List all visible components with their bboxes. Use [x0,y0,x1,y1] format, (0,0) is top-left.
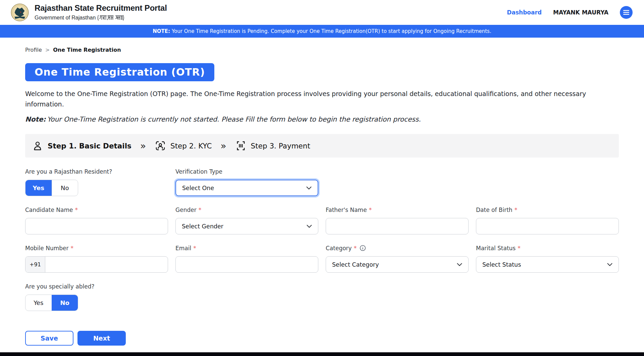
special-abled-field: Are you specially abled? Yes No [25,283,168,311]
gender-field: Gender* Select Gender [175,206,318,234]
note-text: Note:Your One-Time Registration is curre… [25,115,619,123]
note-prefix: Note: [25,115,46,123]
brand-text: Rajasthan State Recruitment Portal Gover… [35,3,167,21]
category-label: Category [326,245,352,252]
required-asterisk: * [199,207,202,213]
candidate-name-input[interactable] [25,218,168,234]
next-button[interactable]: Next [77,331,126,346]
dob-input[interactable] [476,218,619,234]
mobile-input[interactable] [45,257,168,272]
email-label: Email [175,245,191,252]
marital-status-label: Marital Status [476,245,516,252]
mobile-input-group: +91 [25,256,168,273]
gender-label: Gender [175,207,197,213]
otr-form: Are you a Rajasthan Resident? Yes No Ver… [25,168,619,346]
chevron-down-icon [607,263,612,266]
category-info-icon[interactable] [360,245,366,251]
steps-bar: Step 1. Basic Details » Step 2. KYC » [25,134,619,158]
breadcrumb-separator: > [45,47,50,53]
kyc-scan-icon [155,140,166,151]
step-separator: » [140,140,146,151]
resident-toggle: Yes No [25,180,78,196]
step-payment[interactable]: Step 3. Payment [235,140,310,151]
welcome-text: Welcome to the One-Time Registration (OT… [25,89,619,109]
marital-status-select[interactable]: Select Status [476,256,619,273]
special-abled-row: Are you specially abled? Yes No [25,283,619,311]
breadcrumb-current: One Time Registration [53,47,121,53]
dashboard-link[interactable]: Dashboard [507,9,542,16]
required-asterisk: * [75,207,78,213]
father-name-label: Father's Name [326,207,367,213]
gender-select[interactable]: Select Gender [175,218,318,234]
breadcrumb-profile[interactable]: Profile [25,47,42,53]
email-input[interactable] [175,256,318,273]
mobile-label: Mobile Number [25,245,68,252]
breadcrumb: Profile > One Time Registration [25,47,619,53]
main-content: Profile > One Time Registration One Time… [0,47,644,346]
special-abled-yes-button[interactable]: Yes [25,295,52,311]
required-asterisk: * [515,207,518,213]
step-kyc[interactable]: Step 2. KYC [155,140,212,151]
resident-label: Are you a Rajasthan Resident? [25,168,168,175]
marital-status-field: Marital Status* Select Status [476,244,619,273]
verification-field: Verification Type Select One [175,168,318,196]
username: MAYANK MAURYA [553,9,608,16]
dob-field: Date of Birth* [476,206,619,234]
brand: Rajasthan State Recruitment Portal Gover… [11,3,167,21]
chevron-down-icon [307,225,312,228]
header-right: Dashboard MAYANK MAURYA [507,6,633,19]
candidate-name-label: Candidate Name [25,207,73,213]
portal-subtitle: Government of Rajasthan [35,14,167,21]
header: Rajasthan State Recruitment Portal Gover… [0,0,644,25]
save-button[interactable]: Save [25,331,73,346]
category-select[interactable]: Select Category [326,256,469,273]
portal-title: Rajasthan State Recruitment Portal [35,3,167,13]
hindi-subtitle-text [97,14,124,21]
special-abled-no-button[interactable]: No [52,295,78,311]
resident-no-button[interactable]: No [52,180,78,196]
mobile-field: Mobile Number* +91 [25,244,168,273]
special-abled-label: Are you specially abled? [25,283,168,290]
required-asterisk: * [193,245,196,252]
email-field: Email* [175,244,318,273]
menu-button[interactable] [620,6,633,19]
required-asterisk: * [70,245,73,252]
category-field: Category* Select Category [326,244,469,273]
payment-icon [235,140,247,151]
banner-note-text: Your One Time Registration is Pending. C… [172,28,491,34]
chevron-down-icon [457,263,462,266]
page-title: One Time Registration (OTR) [25,63,214,81]
dob-label: Date of Birth [476,207,513,213]
father-name-field: Father's Name* [326,206,469,234]
verification-label: Verification Type [175,168,318,175]
form-actions: Save Next [25,331,619,346]
special-abled-toggle: Yes No [25,295,78,311]
rajasthan-emblem-logo [11,3,29,21]
resident-yes-button[interactable]: Yes [25,180,52,196]
required-asterisk: * [369,207,372,213]
verification-type-select[interactable]: Select One [175,180,318,196]
step-basic-details[interactable]: Step 1. Basic Details [32,140,131,151]
person-icon [32,140,43,151]
hamburger-icon [623,10,630,15]
father-name-input[interactable] [326,218,469,234]
chevron-down-icon [306,186,312,190]
otr-pending-banner: NOTE: Your One Time Registration is Pend… [0,25,644,38]
footer-bar [0,352,644,356]
step-separator: » [220,140,226,151]
candidate-name-field: Candidate Name* [25,206,168,234]
mobile-country-code: +91 [25,257,45,272]
banner-note-prefix: NOTE: [153,28,170,34]
required-asterisk: * [518,245,521,252]
required-asterisk: * [354,245,357,252]
resident-field: Are you a Rajasthan Resident? Yes No [25,168,168,196]
